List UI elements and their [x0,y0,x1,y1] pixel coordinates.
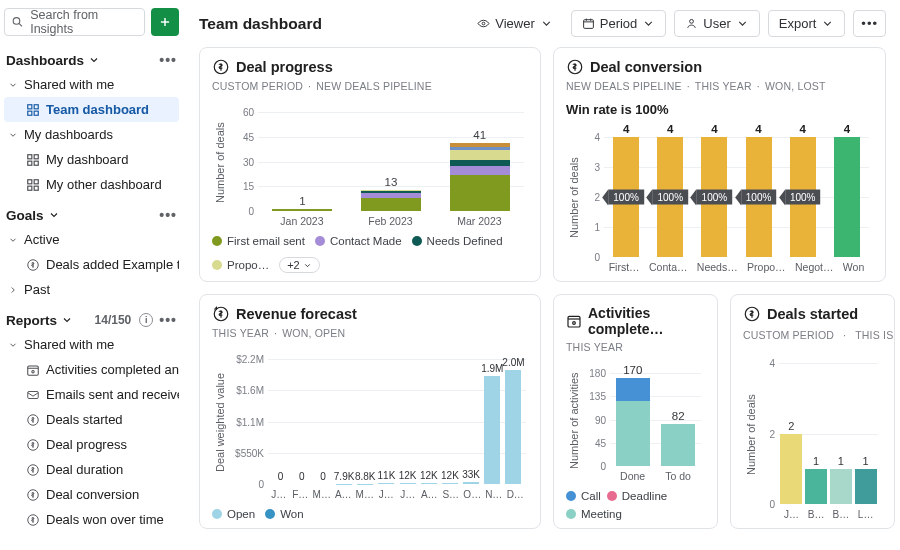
viewer-dropdown[interactable]: Viewer [467,11,563,36]
svg-rect-15 [34,186,38,190]
ctrl-label: Viewer [495,16,535,31]
sidebar-item-label: Active [24,232,59,247]
sidebar-item-report[interactable]: Deal progress [4,432,179,457]
add-button[interactable] [151,8,179,36]
section-goals-header[interactable]: Goals ••• [4,203,179,227]
chevron-down-icon [48,209,60,221]
card-activities-completed[interactable]: Activities complete… THIS YEAR Number of… [553,294,718,529]
legend-label: Deadline [622,490,667,502]
currency-icon [212,58,230,76]
sidebar-item-shared-dashboards[interactable]: Shared with me [4,72,179,97]
ctrl-label: User [703,16,730,31]
svg-rect-14 [28,186,32,190]
sidebar-item-past-goals[interactable]: Past [4,277,179,302]
card-deal-conversion[interactable]: Deal conversion NEW DEALS PIPELINETHIS Y… [553,47,886,282]
sidebar-item-label: Shared with me [24,337,114,352]
sidebar-item-report[interactable]: Deals won over time [4,507,179,532]
y-axis-label: Number of deals [566,123,582,273]
sidebar-item-active-goals[interactable]: Active [4,227,179,252]
legend-more-button[interactable]: +2 [279,257,320,273]
sidebar-item-report[interactable]: Emails sent and received [4,382,179,407]
section-title: Goals [6,208,44,223]
page-title: Team dashboard [199,15,322,33]
chevron-down-icon [821,17,834,30]
sidebar-item-label: Deals won over time [46,512,164,527]
sidebar-item-label: Deal progress [46,437,127,452]
more-icon[interactable]: ••• [159,312,177,328]
currency-icon [26,488,40,502]
section-dashboards-header[interactable]: Dashboards ••• [4,48,179,72]
chevron-down-icon [8,80,18,90]
sidebar-item-my-dashboards[interactable]: My dashboards [4,122,179,147]
calendar-icon [26,363,40,377]
export-dropdown[interactable]: Export [768,10,846,37]
legend-label: Open [227,508,255,520]
main-content: Team dashboard Viewer Period User Export [185,0,900,550]
y-axis-label: Deal weighted value [212,345,228,500]
svg-rect-4 [28,104,32,108]
card-title: Deal progress [236,59,333,75]
legend-label: Contact Made [330,235,402,247]
calendar-icon [582,17,595,30]
svg-rect-7 [34,111,38,115]
sidebar-item-label: Deal duration [46,462,123,477]
chart-plot-area: 01530456011341Jan 2023Feb 2023Mar 2023 [254,98,528,227]
svg-point-37 [573,322,576,325]
legend-label: Needs Defined [427,235,503,247]
card-subtitle: THIS YEAR [566,341,705,353]
chevron-down-icon [8,340,18,350]
period-dropdown[interactable]: Period [571,10,667,37]
chevron-down-icon [540,17,553,30]
more-icon[interactable]: ••• [159,52,177,68]
sidebar-top-row: Search from Insights [4,8,179,36]
sidebar-item-report[interactable]: Deal duration [4,457,179,482]
dashboard-icon [26,103,40,117]
svg-point-0 [13,18,20,25]
card-revenue-forecast[interactable]: Revenue forecast THIS YEARWON, OPEN Deal… [199,294,541,529]
sidebar-item-my-dashboard[interactable]: My dashboard [4,147,179,172]
sidebar-item-report[interactable]: Activities completed an… [4,357,179,382]
chart-plot-area: 01234100%4100%4100%4100%4100%44First…Con… [600,123,873,273]
main-header: Team dashboard Viewer Period User Export [199,10,886,37]
sidebar-item-label: Shared with me [24,77,114,92]
chevron-down-icon [303,261,312,270]
svg-rect-11 [34,161,38,165]
currency-arrow-icon [212,305,230,323]
svg-point-31 [690,19,694,23]
sidebar-item-report[interactable]: Deal conversion [4,482,179,507]
svg-rect-20 [28,391,39,398]
search-placeholder: Search from Insights [30,8,138,36]
sidebar-item-shared-reports[interactable]: Shared with me [4,332,179,357]
card-deals-started[interactable]: Deals started CUSTOM PERIODTHIS IS +1 Nu… [730,294,895,529]
user-dropdown[interactable]: User [674,10,759,37]
currency-icon [26,463,40,477]
section-title: Dashboards [6,53,84,68]
more-icon[interactable]: ••• [159,207,177,223]
sidebar: Search from Insights Dashboards ••• Shar… [0,0,185,550]
ctrl-label: Period [600,16,638,31]
more-button[interactable]: ••• [853,10,886,37]
section-reports-header[interactable]: Reports 14/150 i ••• [4,308,179,332]
sidebar-item-my-other-dashboard[interactable]: My other dashboard [4,172,179,197]
svg-rect-27 [583,20,593,29]
card-title: Deal conversion [590,59,702,75]
sidebar-item-team-dashboard[interactable]: Team dashboard [4,97,179,122]
chart-legend: First email sent Contact Made Needs Defi… [212,235,528,273]
search-input[interactable]: Search from Insights [4,8,145,36]
chart-legend: Call Deadline Meeting [566,490,705,520]
sidebar-item-label: Past [24,282,50,297]
svg-point-26 [482,22,485,25]
svg-rect-13 [34,179,38,183]
sidebar-item-report[interactable]: Deals started [4,407,179,432]
sidebar-item-label: Emails sent and received [46,387,179,402]
search-icon [11,15,24,29]
chevron-down-icon [61,314,73,326]
legend-label: Meeting [581,508,622,520]
chevron-down-icon [88,54,100,66]
sidebar-item-label: Deal conversion [46,487,139,502]
card-deal-progress[interactable]: Deal progress CUSTOM PERIODNEW DEALS PIP… [199,47,541,282]
sidebar-item-deals-added-goal[interactable]: Deals added Example t… [4,252,179,277]
card-subtitle: CUSTOM PERIODTHIS IS +1 [743,327,882,343]
svg-line-1 [19,24,22,27]
info-icon[interactable]: i [139,313,153,327]
